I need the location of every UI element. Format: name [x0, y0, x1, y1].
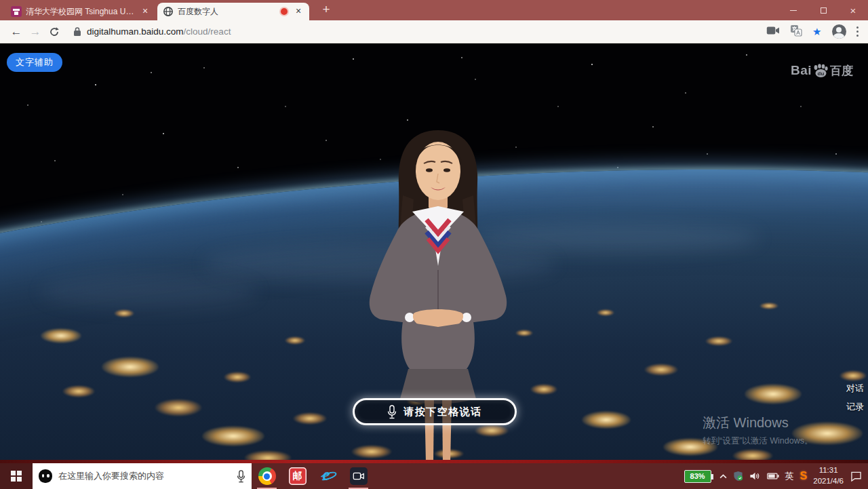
- city-lights: [840, 370, 867, 381]
- window-controls: ×: [778, 0, 868, 20]
- new-tab-button[interactable]: +: [316, 0, 336, 20]
- profile-avatar-icon[interactable]: [832, 24, 846, 39]
- watermark-subtitle: 转到“设置”以激活 Windows。: [703, 435, 813, 447]
- text-assist-button[interactable]: 文字辅助: [7, 53, 62, 72]
- address-bar[interactable]: digitalhuman.baidu.com/cloud/react: [87, 26, 231, 37]
- city-lights: [597, 309, 614, 316]
- mail-icon: 邮: [289, 467, 307, 485]
- clock-time: 11:31: [813, 465, 844, 476]
- microphone-icon: [387, 405, 397, 419]
- screen: 清华大学校园网 Tsinghua Univ × 百度数字人 × + × ← → …: [0, 0, 868, 489]
- translate-icon[interactable]: [790, 24, 802, 39]
- volume-icon[interactable]: [749, 471, 761, 481]
- tab-close-icon[interactable]: ×: [293, 6, 304, 17]
- taskbar-ie-icon[interactable]: e: [313, 463, 343, 489]
- city-lights: [293, 412, 327, 425]
- city-lights: [644, 364, 678, 376]
- window-minimize-button[interactable]: [778, 0, 808, 20]
- svg-text:du: du: [818, 71, 825, 77]
- reload-icon[interactable]: [45, 26, 64, 38]
- city-lights: [155, 399, 202, 416]
- window-maximize-button[interactable]: [808, 0, 838, 20]
- tab-title: 百度数字人: [178, 6, 277, 18]
- city-lights: [705, 336, 732, 346]
- side-tab-record[interactable]: 记录: [846, 401, 864, 413]
- search-mic-icon[interactable]: [237, 470, 245, 483]
- browser-tab-bar: 清华大学校园网 Tsinghua Univ × 百度数字人 × + ×: [0, 0, 868, 20]
- city-lights: [114, 309, 134, 317]
- push-to-talk-label: 请按下空格说话: [403, 406, 482, 418]
- city-lights: [62, 385, 95, 397]
- globe-favicon: [163, 6, 174, 17]
- browser-toolbar: ← → digitalhuman.baidu.com/cloud/react ★: [0, 20, 868, 43]
- taskbar-chrome-icon[interactable]: [252, 463, 282, 489]
- forward-icon[interactable]: →: [26, 25, 45, 39]
- taskbar-search-input[interactable]: 在这里输入你要搜索的内容: [33, 463, 252, 489]
- back-icon[interactable]: ←: [7, 25, 26, 39]
- camera-app-icon: [350, 467, 368, 485]
- side-tab-dialog[interactable]: 对话: [846, 383, 864, 395]
- lock-icon[interactable]: [73, 26, 81, 37]
- recording-indicator: [281, 8, 288, 15]
- stage-floor-strip: [0, 460, 868, 463]
- haze: [41, 274, 258, 309]
- city-lights: [760, 302, 778, 309]
- watermark-title: 激活 Windows: [703, 414, 813, 432]
- page-viewport: 文字辅助 Bai du 百度 请按下空格说话 对话 记录 激活 Windows …: [0, 43, 868, 463]
- baidu-paw-icon: du: [812, 62, 829, 79]
- ime-indicator[interactable]: 英: [785, 470, 794, 482]
- clock-date: 2021/4/6: [813, 476, 844, 487]
- chrome-icon: [258, 467, 276, 485]
- baidu-logo: Bai du 百度: [791, 62, 853, 79]
- taskbar-mail-icon[interactable]: 邮: [282, 463, 313, 489]
- baidu-logo-bai: Bai: [791, 63, 812, 78]
- city-lights: [41, 328, 81, 343]
- city-lights: [202, 426, 264, 446]
- windows-logo-icon: [11, 471, 22, 482]
- baidu-logo-cn: 百度: [830, 63, 853, 79]
- url-host: digitalhuman.baidu.com: [87, 26, 184, 37]
- action-center-icon[interactable]: [850, 471, 863, 482]
- city-lights: [285, 336, 305, 345]
- defender-shield-icon[interactable]: [733, 471, 743, 482]
- activate-windows-watermark: 激活 Windows 转到“设置”以激活 Windows。: [703, 414, 813, 447]
- tsinghua-favicon: [11, 6, 22, 17]
- stars: [0, 43, 1, 45]
- search-placeholder: 在这里输入你要搜索的内容: [58, 470, 231, 482]
- url-path: /cloud/react: [184, 26, 231, 37]
- bookmark-star-icon[interactable]: ★: [812, 26, 821, 38]
- taskbar-clock[interactable]: 11:31 2021/4/6: [813, 465, 844, 486]
- city-lights: [582, 411, 631, 429]
- system-tray: 83% 英 S 11:31 2021/4/6: [684, 463, 868, 489]
- taskbar-camera-icon[interactable]: [343, 463, 374, 489]
- city-lights: [102, 357, 159, 377]
- window-close-button[interactable]: ×: [838, 0, 868, 20]
- browser-menu-icon[interactable]: [856, 26, 859, 37]
- tab-tsinghua[interactable]: 清华大学校园网 Tsinghua Univ ×: [5, 3, 156, 20]
- side-panel-tabs: 对话 记录: [846, 383, 864, 413]
- city-lights: [745, 384, 802, 404]
- tab-digitalhuman[interactable]: 百度数字人 ×: [157, 3, 309, 20]
- camera-icon[interactable]: [766, 26, 780, 38]
- tab-close-icon[interactable]: ×: [140, 6, 151, 17]
- tab-title: 清华大学校园网 Tsinghua Univ: [26, 6, 136, 18]
- start-button[interactable]: [0, 463, 33, 489]
- push-to-talk-button[interactable]: 请按下空格说话: [353, 398, 517, 425]
- tray-battery-icon[interactable]: [767, 473, 779, 480]
- city-lights: [224, 372, 251, 383]
- windows-taskbar: 在这里输入你要搜索的内容 邮 e 83% 英 S 11:31 2021/4/6: [0, 463, 868, 489]
- tray-chevron-up-icon[interactable]: [719, 474, 727, 479]
- sogou-input-icon[interactable]: S: [800, 470, 808, 482]
- internet-explorer-icon: e: [319, 467, 337, 485]
- battery-percent-badge[interactable]: 83%: [684, 470, 711, 483]
- cortana-icon: [39, 469, 52, 483]
